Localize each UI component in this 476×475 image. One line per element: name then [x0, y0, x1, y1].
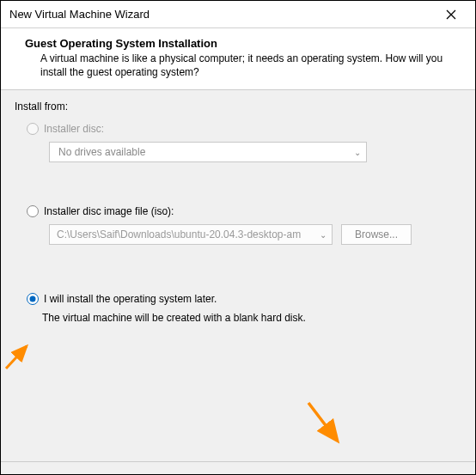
radio-install-later[interactable]: [27, 293, 39, 305]
chevron-down-icon: ⌄: [354, 148, 361, 157]
iso-path-combobox: C:\Users\Saif\Downloads\ubuntu-20.04.3-d…: [49, 224, 333, 245]
disc-drive-value: No drives available: [58, 146, 145, 158]
radio-iso-file[interactable]: [27, 205, 39, 217]
browse-button: Browse...: [341, 224, 412, 245]
close-button[interactable]: [434, 3, 468, 27]
annotation-arrow-icon: [3, 339, 46, 376]
iso-path-value: C:\Users\Saif\Downloads\ubuntu-20.04.3-d…: [57, 228, 301, 241]
wizard-step-description: A virtual machine is like a physical com…: [25, 52, 461, 79]
radio-install-later-label: I will install the operating system late…: [44, 293, 217, 305]
wizard-content: Install from: Installer disc: No drives …: [1, 90, 475, 461]
option-installer-disc: Installer disc:: [27, 123, 461, 135]
disc-drive-dropdown: No drives available ⌄: [49, 142, 367, 162]
window-title: New Virtual Machine Wizard: [9, 8, 150, 21]
wizard-header: Guest Operating System Installation A vi…: [1, 28, 475, 90]
radio-installer-disc-label: Installer disc:: [44, 123, 104, 135]
svg-line-5: [308, 403, 336, 439]
radio-installer-disc: [27, 123, 39, 135]
wizard-footer: Help < Back Next > Cancel: [1, 461, 475, 475]
wizard-step-title: Guest Operating System Installation: [25, 37, 461, 50]
chevron-down-icon: ⌄: [320, 230, 326, 240]
option-install-later[interactable]: I will install the operating system late…: [27, 293, 461, 305]
radio-iso-file-label: Installer disc image file (iso):: [44, 205, 174, 217]
option-iso-file[interactable]: Installer disc image file (iso):: [27, 205, 461, 217]
titlebar: New Virtual Machine Wizard: [1, 1, 475, 28]
close-icon: [446, 9, 456, 20]
install-later-hint: The virtual machine will be created with…: [42, 312, 461, 324]
annotation-arrow-icon: [303, 398, 355, 452]
install-from-label: Install from:: [15, 100, 461, 113]
svg-line-3: [6, 346, 27, 368]
